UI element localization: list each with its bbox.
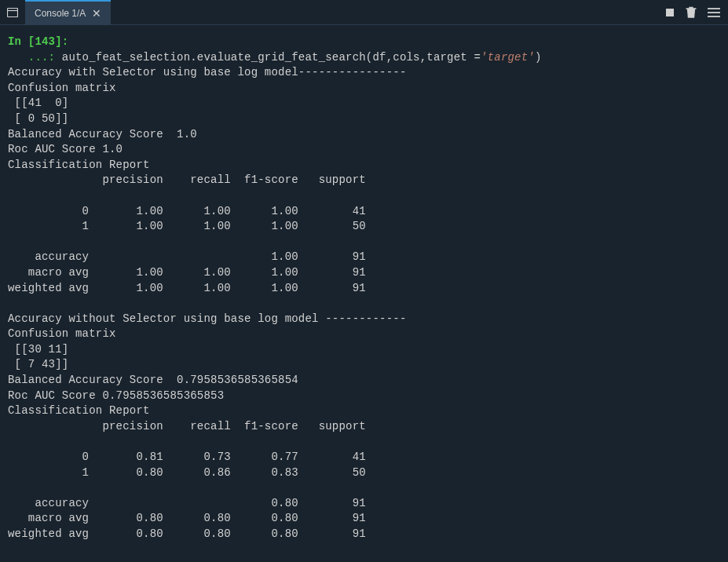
output-line: Accuracy with Selector using base log mo…	[8, 66, 406, 78]
svg-rect-2	[666, 9, 674, 16]
output-line: Balanced Accuracy Score 0.79585365853658…	[8, 374, 298, 386]
tab-bar: Console 1/A ✕	[0, 0, 728, 25]
svg-rect-0	[8, 8, 18, 16]
output-line: 1 1.00 1.00 1.00 50	[8, 220, 366, 232]
string-literal: 'target'	[481, 51, 535, 64]
output-line: weighted avg 1.00 1.00 1.00 91	[8, 282, 366, 294]
tab-actions	[665, 6, 728, 19]
output-line: [[41 0]	[8, 97, 68, 109]
stop-icon[interactable]	[665, 8, 675, 17]
output-line: 1 0.80 0.86 0.83 50	[8, 466, 366, 479]
output-line: macro avg 0.80 0.80 0.80 91	[8, 512, 366, 524]
output-line: Confusion matrix	[8, 327, 116, 340]
output-line: 0 0.81 0.73 0.77 41	[8, 451, 366, 463]
output-line: Roc AUC Score 1.0	[8, 143, 123, 155]
output-line: accuracy 1.00 91	[8, 250, 366, 263]
output-line: Confusion matrix	[8, 82, 116, 94]
output-line: Accuracy without Selector using base log…	[8, 312, 406, 325]
output-line: [ 0 50]]	[8, 112, 68, 125]
output-line: Roc AUC Score 0.7958536585365853	[8, 389, 224, 402]
output-line: precision recall f1-score support	[8, 420, 366, 432]
prompt-in: In [	[8, 35, 35, 48]
output-line: Classification Report	[8, 404, 150, 417]
tab-console[interactable]: Console 1/A ✕	[25, 0, 111, 25]
prompt-close: ]:	[55, 35, 68, 48]
tab-label: Console 1/A	[35, 8, 86, 19]
output-line: Classification Report	[8, 159, 150, 171]
window-icon[interactable]	[0, 0, 25, 25]
output-line: Balanced Accuracy Score 1.0	[8, 128, 197, 140]
output-line: accuracy 0.80 91	[8, 497, 366, 509]
code-suffix: )	[535, 51, 542, 64]
output-line: 0 1.00 1.00 1.00 41	[8, 205, 366, 217]
trash-icon[interactable]	[686, 6, 697, 19]
output-line: weighted avg 0.80 0.80 0.80 91	[8, 527, 366, 540]
menu-icon[interactable]	[708, 8, 720, 17]
prompt-continuation: ...:	[8, 51, 62, 64]
output-line: macro avg 1.00 1.00 1.00 91	[8, 266, 366, 279]
output-line: [[30 11]	[8, 343, 68, 356]
console-output[interactable]: In [143]: ...: auto_feat_selection.evalu…	[0, 25, 728, 552]
output-line: [ 7 43]]	[8, 358, 68, 370]
output-line: precision recall f1-score support	[8, 173, 366, 186]
code-text: auto_feat_selection.evaluate_grid_feat_s…	[62, 51, 481, 64]
close-icon[interactable]: ✕	[92, 7, 101, 20]
prompt-number: 143	[35, 35, 55, 48]
